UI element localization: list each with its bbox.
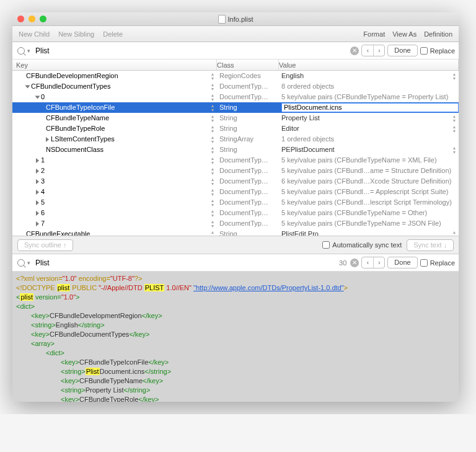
type-stepper-icon[interactable]: ▲▼ [209,209,216,218]
search-input[interactable] [34,45,348,56]
table-row[interactable]: 1▲▼DocumentTyp…5 key/value pairs (CFBund… [12,155,459,166]
value-stepper-icon[interactable]: ▲▼ [451,230,457,236]
col-value[interactable]: Value [279,60,459,70]
table-row[interactable]: CFBundleTypeIconFile▲▼StringPlistDocumen… [12,102,459,113]
row-key: 3 [41,176,45,187]
row-value[interactable]: 6 key/value pairs (CFBundl…Xcode Structu… [279,176,459,187]
type-stepper-icon[interactable]: ▲▼ [209,167,216,175]
row-value[interactable]: PlistDocument.icns [279,102,459,113]
row-value[interactable]: PEPlistDocument▲▼ [279,144,459,155]
value-stepper-icon[interactable]: ▲▼ [451,125,457,133]
table-row[interactable]: 6▲▼DocumentTyp…5 key/value pairs (CFBund… [12,208,459,218]
titlebar[interactable]: Info.plist [12,12,459,26]
table-row[interactable]: 7▲▼DocumentTyp…5 key/value pairs (CFBund… [12,218,459,229]
disclosure-triangle-icon[interactable] [36,200,39,205]
row-value[interactable]: 5 key/value pairs (CFBundleTypeName = XM… [279,155,459,166]
type-stepper-icon[interactable]: ▲▼ [209,230,216,236]
table-row[interactable]: 2▲▼DocumentTyp…5 key/value pairs (CFBund… [12,166,459,176]
row-class: DocumentTyp… [217,187,279,197]
type-stepper-icon[interactable]: ▲▼ [209,198,216,207]
disclosure-triangle-icon[interactable] [46,137,49,142]
table-row[interactable]: CFBundleTypeName▲▼StringProperty List▲▼ [12,113,459,123]
disclosure-triangle-icon[interactable] [36,158,39,163]
table-row[interactable]: CFBundleTypeRole▲▼StringEditor▲▼ [12,123,459,134]
row-value[interactable]: 5 key/value pairs (CFBundleTypeName = Ot… [279,208,459,218]
value-stepper-icon[interactable]: ▲▼ [451,146,457,154]
next-result-button[interactable]: › [373,257,384,268]
type-stepper-icon[interactable]: ▲▼ [209,72,216,81]
row-value[interactable]: Property List▲▼ [279,113,459,123]
done-button[interactable]: Done [387,257,417,268]
search-input-bottom[interactable] [34,257,337,268]
type-stepper-icon[interactable]: ▲▼ [209,146,216,154]
disclosure-triangle-icon[interactable] [35,95,40,99]
new-sibling-button[interactable]: New Sibling [58,30,94,38]
view-as-button[interactable]: View As [392,30,416,38]
type-stepper-icon[interactable]: ▲▼ [209,82,216,91]
auto-sync-checkbox[interactable]: Automatically sync text [322,241,402,249]
sync-text-button[interactable]: Sync text ↓ [407,239,454,251]
table-row[interactable]: 0▲▼DocumentTyp…5 key/value pairs (CFBund… [12,92,459,102]
row-key: 0 [41,92,45,102]
row-value[interactable]: 5 key/value pairs (CFBundleTypeName = JS… [279,218,459,229]
row-key: 4 [41,187,45,197]
row-value[interactable]: English▲▼ [279,71,459,81]
new-child-button[interactable]: New Child [19,30,50,38]
table-row[interactable]: LSItemContentTypes▲▼StringArray1 ordered… [12,134,459,144]
disclosure-triangle-icon[interactable] [36,211,39,216]
sync-outline-button[interactable]: Sync outline ↑ [17,239,73,251]
disclosure-triangle-icon[interactable] [25,85,30,88]
clear-search-icon[interactable]: ✕ [350,47,359,55]
disclosure-triangle-icon[interactable] [36,221,39,226]
row-value[interactable]: 5 key/value pairs (CFBundl…ame = Structu… [279,166,459,176]
row-key: CFBundleTypeIconFile [46,102,115,113]
table-row[interactable]: CFBundleDocumentTypes▲▼DocumentTyp…8 ord… [12,81,459,92]
row-key: 2 [41,166,45,176]
type-stepper-icon[interactable]: ▲▼ [209,188,216,197]
row-value[interactable]: 5 key/value pairs (CFBundl…lescript Scri… [279,197,459,208]
type-stepper-icon[interactable]: ▲▼ [209,177,216,186]
next-result-button[interactable]: › [373,45,384,56]
disclosure-triangle-icon[interactable] [36,169,39,174]
table-row[interactable]: 5▲▼DocumentTyp…5 key/value pairs (CFBund… [12,197,459,208]
col-key[interactable]: Key [12,60,217,70]
row-class: DocumentTyp… [217,155,279,166]
type-stepper-icon[interactable]: ▲▼ [209,135,216,144]
row-key: CFBundleDocumentTypes [31,81,110,92]
row-value[interactable]: 1 ordered objects [279,134,459,144]
type-stepper-icon[interactable]: ▲▼ [209,114,216,123]
type-stepper-icon[interactable]: ▲▼ [209,104,216,112]
value-stepper-icon[interactable]: ▲▼ [451,72,457,81]
table-row[interactable]: CFBundleExecutable▲▼StringPlistEdit Pro▲… [12,229,459,236]
clear-search-icon[interactable]: ✕ [350,259,359,267]
type-stepper-icon[interactable]: ▲▼ [209,156,216,165]
delete-button[interactable]: Delete [103,30,123,38]
table-row[interactable]: 3▲▼DocumentTyp…6 key/value pairs (CFBund… [12,176,459,187]
prev-result-button[interactable]: ‹ [362,257,373,268]
outline-view[interactable]: CFBundleDevelopmentRegion▲▼RegionCodesEn… [12,71,459,236]
prev-result-button[interactable]: ‹ [362,45,373,56]
type-stepper-icon[interactable]: ▲▼ [209,125,216,133]
table-row[interactable]: 4▲▼DocumentTyp…5 key/value pairs (CFBund… [12,187,459,197]
table-row[interactable]: CFBundleDevelopmentRegion▲▼RegionCodesEn… [12,71,459,81]
row-value[interactable]: 5 key/value pairs (CFBundl…= Applescript… [279,187,459,197]
replace-checkbox[interactable]: Replace [420,259,455,267]
format-button[interactable]: Format [363,30,385,38]
definition-button[interactable]: Definition [424,30,452,38]
row-value[interactable]: PlistEdit Pro▲▼ [279,229,459,236]
value-stepper-icon[interactable]: ▲▼ [451,114,457,123]
replace-checkbox[interactable]: Replace [420,47,455,55]
search-menu-chevron-icon[interactable]: ▾ [27,48,30,54]
disclosure-triangle-icon[interactable] [36,190,39,195]
disclosure-triangle-icon[interactable] [36,179,39,184]
row-value[interactable]: Editor▲▼ [279,123,459,134]
type-stepper-icon[interactable]: ▲▼ [209,93,216,102]
table-row[interactable]: NSDocumentClass▲▼StringPEPlistDocument▲▼ [12,144,459,155]
col-class[interactable]: Class [217,60,279,70]
type-stepper-icon[interactable]: ▲▼ [209,219,216,228]
done-button[interactable]: Done [387,45,417,56]
xml-editor[interactable]: <?xml version="1.0" encoding="UTF-8"?> <… [12,272,459,402]
row-value[interactable]: 5 key/value pairs (CFBundleTypeName = Pr… [279,92,459,102]
search-menu-chevron-icon[interactable]: ▾ [27,260,30,266]
row-value[interactable]: 8 ordered objects [279,81,459,92]
